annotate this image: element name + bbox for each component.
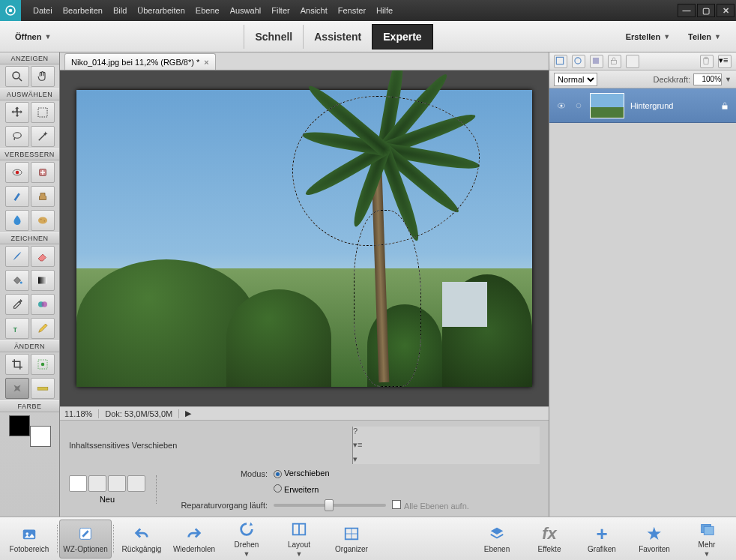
brush-tool[interactable] bbox=[5, 246, 29, 267]
bottom-effekte[interactable]: fxEffekte bbox=[523, 520, 576, 559]
menu-ueberarbeiten[interactable]: Überarbeiten bbox=[137, 6, 185, 15]
document-tab[interactable]: Niko_014.jpg bei 11,2% (RGB/8*) * × bbox=[64, 53, 216, 70]
options-menu-icon[interactable]: ▾≡ bbox=[353, 440, 540, 450]
opacity-dropdown-icon[interactable]: ▼ bbox=[725, 76, 732, 83]
spot-heal-tool[interactable] bbox=[31, 162, 55, 183]
mode-erweitern[interactable]: Erweitern bbox=[274, 484, 319, 494]
panel-menu-icon[interactable]: ▾≡ bbox=[718, 55, 732, 68]
close-tab-icon[interactable]: × bbox=[204, 58, 208, 67]
shape-tool[interactable] bbox=[31, 294, 55, 315]
new-layer-icon[interactable] bbox=[554, 55, 567, 68]
open-button[interactable]: Öffnen▼ bbox=[7, 28, 58, 46]
neu-label: Neu bbox=[100, 495, 115, 504]
create-button[interactable]: Erstellen▼ bbox=[618, 28, 678, 46]
bottom-ebenen[interactable]: Ebenen bbox=[471, 520, 523, 559]
bottom-favoriten[interactable]: ★Favoriten bbox=[628, 520, 681, 559]
bottom-drehen[interactable]: Drehen▼ bbox=[220, 520, 273, 559]
layer-name[interactable]: Hintergrund bbox=[630, 101, 673, 110]
sponge-tool[interactable] bbox=[31, 210, 55, 231]
tab-assistent[interactable]: Assistent bbox=[303, 25, 372, 49]
background-color[interactable] bbox=[30, 426, 51, 447]
crop-tool[interactable] bbox=[5, 354, 29, 375]
svg-point-21 bbox=[575, 57, 581, 63]
repair-slider[interactable] bbox=[274, 504, 386, 507]
hand-tool[interactable] bbox=[31, 66, 55, 87]
intersect-selection-btn[interactable] bbox=[127, 475, 145, 492]
menu-hilfe[interactable]: Hilfe bbox=[376, 6, 393, 15]
repair-label: Reparaturvorgang läuft: bbox=[170, 501, 268, 510]
layer-mask-icon[interactable] bbox=[572, 55, 585, 68]
canvas-viewport[interactable] bbox=[60, 70, 549, 406]
bottom-organizer[interactable]: Organizer bbox=[325, 520, 378, 559]
smart-brush-tool[interactable] bbox=[5, 186, 29, 207]
graphics-icon: + bbox=[592, 524, 612, 544]
bottom-layout[interactable]: Layout▼ bbox=[273, 520, 325, 559]
clone-stamp-tool[interactable] bbox=[31, 186, 55, 207]
paint-bucket-tool[interactable] bbox=[5, 270, 29, 291]
straighten-tool[interactable] bbox=[31, 378, 55, 399]
add-selection-btn[interactable] bbox=[88, 475, 106, 492]
svg-rect-22 bbox=[593, 57, 599, 63]
options-close-icon[interactable]: ▾ bbox=[353, 454, 540, 464]
layers-panel: ▾≡ Normal Deckkraft: ▼ Hintergrund bbox=[549, 52, 736, 517]
marquee-tool[interactable] bbox=[31, 102, 55, 123]
color-swatches[interactable] bbox=[7, 415, 52, 447]
move-tool[interactable] bbox=[5, 102, 29, 123]
canvas[interactable] bbox=[76, 90, 532, 387]
layer-row[interactable]: Hintergrund bbox=[549, 88, 736, 123]
adjustment-layer-icon[interactable] bbox=[590, 55, 603, 68]
bottom-wz-optionen[interactable]: WZ-Optionen bbox=[59, 520, 112, 559]
maximize-button[interactable]: ▢ bbox=[697, 4, 715, 17]
status-arrow-icon[interactable]: ▶ bbox=[185, 409, 191, 418]
close-button[interactable]: ✕ bbox=[717, 4, 735, 17]
link-icon[interactable] bbox=[573, 100, 584, 111]
menu-filter[interactable]: Filter bbox=[271, 6, 289, 15]
tab-experte[interactable]: Experte bbox=[372, 24, 432, 49]
zoom-tool[interactable] bbox=[5, 66, 29, 87]
new-selection-btn[interactable] bbox=[69, 475, 87, 492]
redeye-tool[interactable] bbox=[5, 162, 29, 183]
all-layers-checkbox[interactable]: Alle Ebenen aufn. bbox=[392, 500, 469, 511]
bottom-wiederholen[interactable]: Wiederholen bbox=[168, 520, 220, 559]
bottom-grafiken[interactable]: +Grafiken bbox=[576, 520, 628, 559]
foreground-color[interactable] bbox=[9, 415, 30, 436]
bottom-rueckgaengig[interactable]: Rückgängig bbox=[115, 520, 168, 559]
blend-mode-select[interactable]: Normal bbox=[554, 73, 597, 86]
mode-verschieben[interactable]: Verschieben bbox=[274, 469, 330, 478]
text-tool[interactable]: T bbox=[5, 318, 29, 339]
eraser-tool[interactable] bbox=[31, 246, 55, 267]
layer-thumbnail[interactable] bbox=[590, 93, 624, 118]
opacity-input[interactable] bbox=[693, 73, 722, 85]
visibility-icon[interactable] bbox=[555, 101, 567, 110]
lasso-tool[interactable] bbox=[5, 126, 29, 147]
menu-ebene[interactable]: Ebene bbox=[196, 6, 220, 15]
blur-tool[interactable] bbox=[5, 210, 29, 231]
menu-bild[interactable]: Bild bbox=[113, 6, 127, 15]
link-layers-icon[interactable] bbox=[626, 55, 639, 68]
lock-icon[interactable] bbox=[720, 100, 730, 111]
magic-wand-tool[interactable] bbox=[31, 126, 55, 147]
favorites-icon: ★ bbox=[645, 524, 664, 544]
share-button[interactable]: Teilen▼ bbox=[681, 28, 729, 46]
bottom-fotobereich[interactable]: Fotobereich bbox=[3, 520, 55, 559]
lock-layer-icon[interactable] bbox=[608, 55, 621, 68]
help-icon[interactable]: ? bbox=[353, 427, 540, 436]
svg-point-29 bbox=[25, 532, 28, 535]
pencil-tool[interactable] bbox=[31, 318, 55, 339]
content-aware-move-tool[interactable] bbox=[5, 378, 29, 399]
menu-bearbeiten[interactable]: Bearbeiten bbox=[63, 6, 103, 15]
eyedropper-tool[interactable] bbox=[5, 294, 29, 315]
bottom-mehr[interactable]: Mehr▼ bbox=[681, 520, 733, 559]
menu-datei[interactable]: Datei bbox=[33, 6, 52, 15]
menu-auswahl[interactable]: Auswahl bbox=[230, 6, 262, 15]
zoom-level[interactable]: 11.18% bbox=[64, 409, 99, 418]
tab-schnell[interactable]: Schnell bbox=[244, 25, 303, 49]
menu-ansicht[interactable]: Ansicht bbox=[301, 6, 328, 15]
recompose-tool[interactable] bbox=[31, 354, 55, 375]
subtract-selection-btn[interactable] bbox=[108, 475, 126, 492]
menu-fenster[interactable]: Fenster bbox=[338, 6, 366, 15]
section-farbe: FARBE bbox=[0, 400, 59, 412]
minimize-button[interactable]: — bbox=[678, 4, 696, 17]
delete-layer-icon[interactable] bbox=[700, 55, 714, 68]
gradient-tool[interactable] bbox=[31, 270, 55, 291]
